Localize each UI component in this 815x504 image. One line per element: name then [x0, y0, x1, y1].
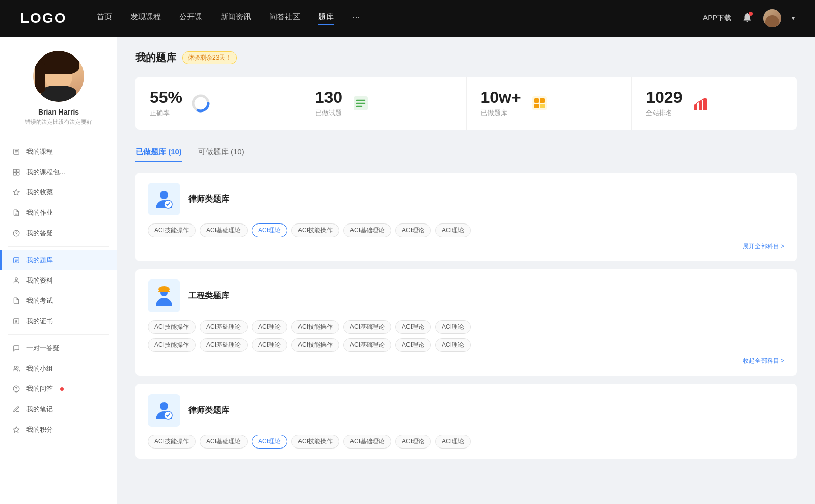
sidebar-menu: 我的课程 我的课程包... 我的收藏 我的作业	[0, 136, 117, 445]
collapse-link-2[interactable]: 收起全部科目 >	[743, 357, 784, 365]
qbank-footer-2: 收起全部科目 >	[148, 356, 784, 366]
tab-done[interactable]: 已做题库 (10)	[135, 142, 182, 162]
navbar: LOGO 首页 发现课程 公开课 新闻资讯 问答社区 题库 ··· APP下载 …	[0, 0, 815, 37]
avatar-chevron-icon[interactable]: ▾	[792, 15, 795, 22]
myqa-label: 我的答疑	[26, 229, 53, 238]
sidebar-item-tutorial[interactable]: 一对一答疑	[0, 338, 117, 358]
svg-rect-29	[540, 98, 545, 103]
favorites-icon	[12, 188, 20, 197]
info-icon	[12, 276, 20, 285]
qbank-header-2: 工程类题库	[148, 279, 784, 312]
navbar-logo[interactable]: LOGO	[20, 10, 66, 26]
tag[interactable]: ACI技能操作	[148, 435, 196, 449]
tag[interactable]: ACI理论	[395, 435, 431, 449]
myquestion-label: 我的问答	[26, 384, 53, 394]
sidebar-item-exam[interactable]: 我的考试	[0, 291, 117, 311]
question-badge-dot	[60, 387, 64, 391]
homework-icon	[12, 209, 20, 217]
course-pkg-icon	[12, 168, 20, 176]
tag[interactable]: ACI技能操作	[148, 223, 196, 237]
tutorial-label: 一对一答疑	[26, 344, 60, 353]
group-icon	[12, 365, 20, 373]
notification-bell[interactable]	[742, 12, 753, 25]
qbank-card-1: 律师类题库 ACI技能操作 ACI基础理论 ACI理论 ACI技能操作 ACI基…	[135, 173, 797, 261]
sidebar-item-homework[interactable]: 我的作业	[0, 203, 117, 223]
tag[interactable]: ACI技能操作	[291, 435, 339, 449]
stats-row: 55% 正确率 130 已做试题	[135, 77, 797, 130]
nav-questionbank[interactable]: 题库	[318, 12, 334, 25]
tag[interactable]: ACI理论	[395, 223, 431, 237]
qbank-card-2: 工程类题库 ACI技能操作 ACI基础理论 ACI理论 ACI技能操作 ACI基…	[135, 269, 797, 376]
stat-done-questions-value: 130	[315, 89, 342, 105]
sidebar-item-myqa[interactable]: 我的答疑	[0, 223, 117, 243]
tag[interactable]: ACI基础理论	[200, 223, 248, 237]
tag[interactable]: ACI技能操作	[291, 338, 339, 352]
stat-rank: 1029 全站排名	[632, 77, 797, 130]
tag[interactable]: ACI理论	[435, 435, 471, 449]
nav-discover[interactable]: 发现课程	[130, 12, 161, 25]
nav-opencourse[interactable]: 公开课	[179, 12, 202, 25]
tag[interactable]: ACI基础理论	[343, 338, 391, 352]
tag[interactable]: ACI理论	[435, 338, 471, 352]
nav-more[interactable]: ···	[352, 12, 360, 25]
sidebar-divider-1	[8, 246, 109, 247]
expand-link-1[interactable]: 展开全部科目 >	[743, 243, 784, 250]
tag[interactable]: ACI基础理论	[200, 435, 248, 449]
sidebar-item-course-pkg[interactable]: 我的课程包...	[0, 162, 117, 182]
tag-selected[interactable]: ACI理论	[252, 435, 287, 449]
info-label: 我的资料	[26, 276, 53, 285]
qbank-icon-lawyer-2	[148, 394, 180, 427]
tag[interactable]: ACI理论	[435, 320, 471, 334]
tab-available[interactable]: 可做题库 (10)	[198, 142, 244, 162]
nav-qa[interactable]: 问答社区	[269, 12, 300, 25]
svg-rect-6	[13, 173, 16, 175]
qbank-tags-2a: ACI技能操作 ACI基础理论 ACI理论 ACI技能操作 ACI基础理论 AC…	[148, 320, 784, 334]
homework-label: 我的作业	[26, 208, 53, 217]
svg-rect-28	[534, 98, 539, 103]
tag[interactable]: ACI基础理论	[200, 338, 248, 352]
avatar[interactable]	[763, 9, 781, 27]
tag[interactable]: ACI基础理论	[343, 435, 391, 449]
tag[interactable]: ACI理论	[252, 320, 287, 334]
tag[interactable]: ACI技能操作	[291, 320, 339, 334]
tabs: 已做题库 (10) 可做题库 (10)	[135, 142, 797, 162]
tag[interactable]: ACI理论	[395, 338, 431, 352]
qbank-header-3: 律师类题库	[148, 394, 784, 427]
sidebar-item-notes[interactable]: 我的笔记	[0, 399, 117, 419]
questionbank-label: 我的题库	[26, 256, 53, 265]
tag[interactable]: ACI基础理论	[200, 320, 248, 334]
sidebar-item-group[interactable]: 我的小组	[0, 358, 117, 379]
nav-home[interactable]: 首页	[97, 12, 112, 25]
tag[interactable]: ACI技能操作	[291, 223, 339, 237]
stat-accuracy: 55% 正确率	[135, 77, 301, 130]
sidebar-item-cert[interactable]: 我的证书	[0, 311, 117, 331]
tag[interactable]: ACI理论	[252, 338, 287, 352]
page-title: 我的题库	[135, 51, 176, 65]
svg-point-18	[14, 366, 17, 369]
sidebar-item-info[interactable]: 我的资料	[0, 270, 117, 291]
tag[interactable]: ACI理论	[395, 320, 431, 334]
tag[interactable]: ACI理论	[435, 223, 471, 237]
tag[interactable]: ACI基础理论	[343, 223, 391, 237]
sidebar-item-questionbank[interactable]: 我的题库	[0, 250, 117, 270]
nav-news[interactable]: 新闻资讯	[221, 12, 251, 25]
sidebar-item-points[interactable]: 我的积分	[0, 419, 117, 440]
stat-done-questions-label: 已做试题	[315, 108, 342, 118]
content-area: 我的题库 体验剩余23天！ 55% 正确率	[117, 37, 815, 504]
sidebar-item-favorites[interactable]: 我的收藏	[0, 182, 117, 203]
svg-rect-33	[699, 101, 702, 110]
myquestion-icon	[12, 385, 20, 393]
app-download-button[interactable]: APP下载	[703, 14, 731, 23]
sidebar-item-courses[interactable]: 我的课程	[0, 142, 117, 162]
tag[interactable]: ACI技能操作	[148, 320, 196, 334]
stat-rank-value: 1029	[646, 89, 682, 105]
stat-done-banks-value: 10w+	[481, 89, 521, 105]
svg-rect-5	[17, 169, 19, 172]
tag-selected[interactable]: ACI理论	[252, 223, 287, 237]
stat-done-questions: 130 已做试题	[301, 77, 467, 130]
profile-avatar	[33, 51, 84, 102]
qbank-tags-2b: ACI技能操作 ACI基础理论 ACI理论 ACI技能操作 ACI基础理论 AC…	[148, 338, 784, 352]
sidebar-item-myquestion[interactable]: 我的问答	[0, 379, 117, 399]
tag[interactable]: ACI技能操作	[148, 338, 196, 352]
tag[interactable]: ACI基础理论	[343, 320, 391, 334]
